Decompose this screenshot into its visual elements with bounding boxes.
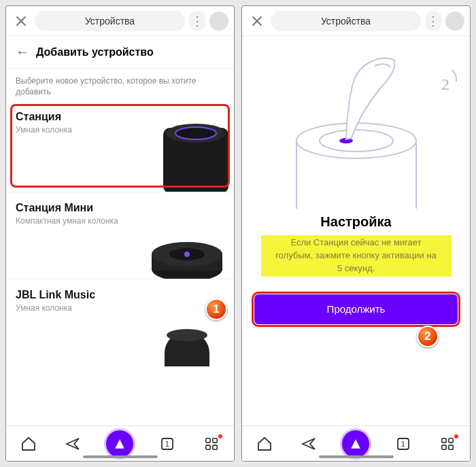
page-title: Устройства [85, 16, 135, 27]
svg-rect-23 [449, 445, 453, 449]
device-title: Станция [16, 111, 136, 123]
svg-point-16 [296, 123, 416, 158]
svg-point-8 [184, 252, 190, 257]
device-title: JBL Link Music [16, 289, 136, 301]
close-icon[interactable] [248, 12, 267, 31]
nav-tabs-count: 1 [401, 440, 405, 448]
setup-illustration [278, 46, 435, 209]
page-title: Устройства [321, 16, 371, 27]
device-image-mini [136, 197, 224, 279]
step-badge-2: 2 [417, 326, 439, 347]
device-subtitle: Умная колонка [16, 125, 136, 135]
device-image-station [136, 110, 224, 192]
topbar: Устройства ⋮ [6, 6, 234, 36]
device-card-jbl[interactable]: JBL Link Music Умная колонка [6, 279, 234, 366]
svg-rect-13 [213, 438, 217, 442]
nav-services-icon[interactable] [437, 433, 458, 455]
svg-point-17 [320, 130, 393, 152]
setup-body: 2 Настройка Если Станция сейчас не мигае… [242, 36, 470, 426]
screen-setup: Устройства ⋮ 2 Настройка Если Станция се… [241, 5, 471, 462]
countdown: 2 [441, 75, 449, 94]
svg-rect-12 [206, 438, 210, 442]
back-icon[interactable]: ← [16, 44, 29, 60]
nav-home-icon[interactable] [254, 433, 275, 455]
svg-point-10 [167, 329, 207, 341]
more-icon[interactable]: ⋮ [425, 11, 441, 31]
home-indicator [83, 455, 158, 458]
helper-text: Выберите новое устройство, которое вы хо… [6, 69, 234, 101]
close-icon[interactable] [12, 12, 31, 31]
svg-rect-15 [213, 445, 217, 449]
nav-tabs-count: 1 [165, 440, 169, 448]
device-title: Станция Мини [16, 202, 136, 214]
nav-services-icon[interactable] [201, 433, 222, 455]
screen-device-list: Устройства ⋮ ← Добавить устройство Выбер… [5, 5, 235, 462]
svg-rect-20 [442, 438, 446, 442]
nav-alice-icon[interactable] [342, 430, 369, 457]
setup-title: Настройка [320, 214, 391, 230]
device-list: Станция Умная колонка 1 Станция Мини Ком… [6, 101, 234, 426]
nav-alice-icon[interactable] [106, 430, 133, 457]
nav-home-icon[interactable] [18, 433, 39, 455]
avatar[interactable] [209, 12, 228, 31]
svg-rect-22 [442, 445, 446, 449]
svg-rect-21 [449, 438, 453, 442]
home-indicator [319, 455, 394, 458]
notification-dot [218, 434, 222, 438]
page-title-pill[interactable]: Устройства [271, 11, 421, 31]
device-subtitle: Компактная умная колонка [16, 216, 136, 226]
notification-dot [454, 434, 458, 438]
setup-message: Если Станция сейчас не мигает голубым, з… [261, 235, 452, 277]
subheader-title: Добавить устройство [36, 46, 154, 58]
svg-rect-14 [206, 445, 210, 449]
device-subtitle: Умная колонка [16, 303, 136, 313]
subheader: ← Добавить устройство [6, 36, 234, 69]
nav-tabs-icon[interactable]: 1 [156, 433, 178, 455]
device-card-station-mini[interactable]: Станция Мини Компактная умная колонка [6, 192, 234, 279]
topbar: Устройства ⋮ [242, 6, 470, 36]
device-card-station[interactable]: Станция Умная колонка [6, 101, 234, 192]
page-title-pill[interactable]: Устройства [35, 11, 185, 31]
avatar[interactable] [445, 12, 464, 31]
nav-tabs-icon[interactable]: 1 [392, 433, 414, 455]
device-image-jbl [136, 285, 224, 366]
more-icon[interactable]: ⋮ [189, 11, 205, 31]
nav-send-icon[interactable] [62, 433, 84, 455]
continue-button[interactable]: Продолжить [254, 294, 458, 324]
nav-send-icon[interactable] [298, 433, 320, 455]
